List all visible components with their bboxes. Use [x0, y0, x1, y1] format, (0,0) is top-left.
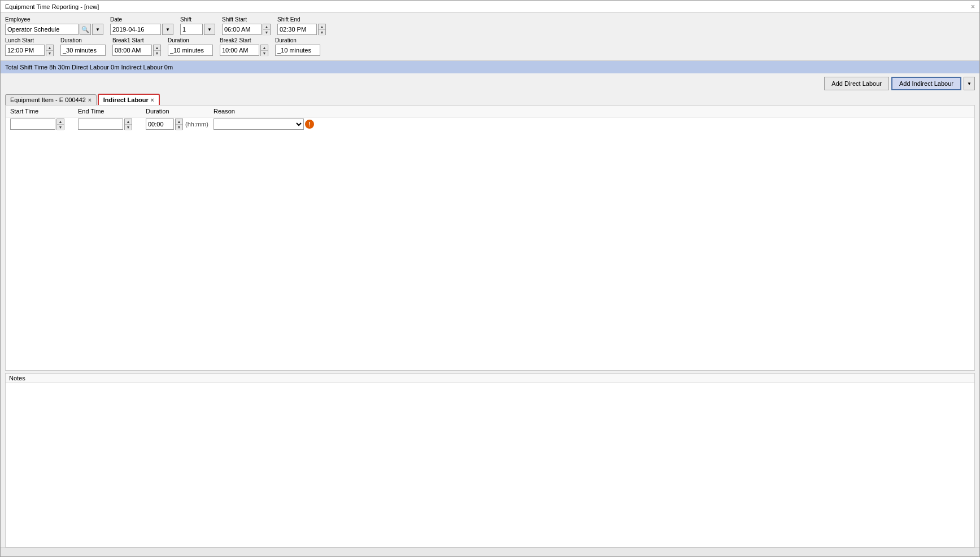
reason-select[interactable]: [214, 119, 304, 130]
shift-end-input[interactable]: [277, 24, 317, 35]
break2-start-field-row: ▲ ▼: [220, 45, 268, 56]
duration-unit-label: (hh:mm): [185, 121, 208, 128]
duration-cell: ▲ ▼ (hh:mm): [146, 119, 214, 130]
form-area: Employee 🔍 ▼ Date ▼ Shift ▼: [1, 13, 979, 61]
col-start-time-header: Start Time: [10, 108, 78, 115]
tab-equipment-item-label: Equipment Item - E 000442: [10, 97, 86, 103]
break2-start-field-group: Break2 Start ▲ ▼: [220, 37, 268, 56]
lunch-duration-label: Duration: [60, 37, 106, 43]
shift-start-label: Shift Start: [222, 16, 271, 23]
form-row-2: Lunch Start ▲ ▼ Duration Break1 Start: [5, 37, 975, 56]
shift-end-field-row: ▲ ▼: [277, 24, 326, 35]
title-bar: Equipment Time Reporting - [new] ×: [1, 1, 979, 13]
lunch-start-label: Lunch Start: [5, 37, 54, 43]
break1-duration-field-row: [168, 45, 213, 56]
notes-body[interactable]: [6, 383, 974, 547]
break2-start-label: Break2 Start: [220, 37, 268, 43]
duration-spinner[interactable]: ▲ ▼: [175, 119, 183, 130]
lunch-start-field-row: ▲ ▼: [5, 45, 54, 56]
notes-label: Notes: [6, 374, 974, 383]
end-time-input[interactable]: [78, 119, 123, 130]
employee-input[interactable]: [5, 24, 79, 35]
lunch-start-spinner[interactable]: ▲ ▼: [46, 45, 54, 56]
duration-input[interactable]: [146, 119, 174, 130]
add-direct-labour-button[interactable]: Add Direct Labour: [824, 77, 889, 90]
shift-start-field-group: Shift Start ▲ ▼: [222, 16, 271, 35]
lunch-duration-field-row: [60, 45, 106, 56]
tab-indirect-labour[interactable]: Indirect Labour ×: [98, 94, 160, 105]
warning-icon: !: [305, 120, 314, 129]
tab-indirect-labour-close[interactable]: ×: [151, 97, 154, 103]
date-input[interactable]: [110, 24, 161, 35]
form-row-1: Employee 🔍 ▼ Date ▼ Shift ▼: [5, 16, 975, 35]
employee-field-row: 🔍 ▼: [5, 24, 103, 35]
date-dropdown-btn[interactable]: ▼: [162, 24, 173, 35]
break1-duration-label: Duration: [168, 37, 213, 43]
start-time-cell: ▲ ▼: [10, 119, 78, 130]
add-indirect-labour-button[interactable]: Add Indirect Labour: [891, 77, 961, 90]
tabs-area: Equipment Item - E 000442 × Indirect Lab…: [1, 94, 979, 105]
lunch-start-input[interactable]: [5, 45, 45, 56]
table-header: Start Time End Time Duration Reason: [6, 106, 974, 117]
break1-start-spinner[interactable]: ▲ ▼: [153, 45, 161, 56]
break1-start-input[interactable]: [112, 45, 152, 56]
col-reason-header: Reason: [214, 108, 326, 115]
shift-start-input[interactable]: [222, 24, 262, 35]
window-close-button[interactable]: ×: [971, 3, 975, 11]
shift-field-row: ▼: [180, 24, 215, 35]
break1-duration-input[interactable]: [168, 45, 213, 56]
start-time-spinner[interactable]: ▲ ▼: [56, 119, 64, 130]
date-field-group: Date ▼: [110, 16, 173, 35]
reason-cell: !: [214, 119, 338, 130]
break2-duration-field-row: [275, 45, 320, 56]
break1-start-label: Break1 Start: [112, 37, 161, 43]
shift-start-field-row: ▲ ▼: [222, 24, 271, 35]
tab-indirect-labour-label: Indirect Labour: [103, 97, 149, 103]
lunch-duration-field-group: Duration: [60, 37, 106, 56]
col-end-time-header: End Time: [78, 108, 146, 115]
lunch-duration-input[interactable]: [60, 45, 106, 56]
date-label: Date: [110, 16, 173, 23]
main-window: Equipment Time Reporting - [new] × Emplo…: [0, 0, 980, 557]
add-indirect-labour-dropdown[interactable]: ▼: [964, 77, 975, 90]
start-time-input[interactable]: [10, 119, 55, 130]
content-area: Start Time End Time Duration Reason ▲ ▼ …: [5, 105, 975, 371]
employee-search-icon[interactable]: 🔍: [80, 24, 91, 35]
shift-end-label: Shift End: [277, 16, 326, 23]
tab-equipment-item[interactable]: Equipment Item - E 000442 ×: [5, 94, 97, 105]
tab-equipment-item-close[interactable]: ×: [88, 97, 92, 103]
end-time-cell: ▲ ▼: [78, 119, 146, 130]
dropdown-arrow-icon: ▼: [967, 81, 972, 86]
end-time-spinner[interactable]: ▲ ▼: [124, 119, 132, 130]
break1-start-field-row: ▲ ▼: [112, 45, 161, 56]
break1-duration-field-group: Duration: [168, 37, 213, 56]
date-field-row: ▼: [110, 24, 173, 35]
notes-section: Notes: [5, 373, 975, 547]
employee-field-group: Employee 🔍 ▼: [5, 16, 103, 35]
shift-field-group: Shift ▼: [180, 16, 215, 35]
status-bar: Total Shift Time 8h 30m Direct Labour 0m…: [1, 61, 979, 73]
col-duration-header: Duration: [146, 108, 214, 115]
window-title: Equipment Time Reporting - [new]: [5, 3, 99, 10]
employee-label: Employee: [5, 16, 103, 23]
break2-duration-input[interactable]: [275, 45, 320, 56]
status-text: Total Shift Time 8h 30m Direct Labour 0m…: [5, 64, 173, 71]
break2-duration-label: Duration: [275, 37, 320, 43]
shift-input[interactable]: [180, 24, 203, 35]
break2-duration-field-group: Duration: [275, 37, 320, 56]
shift-end-spinner[interactable]: ▲ ▼: [318, 24, 326, 35]
bottom-scrollbar[interactable]: [1, 547, 979, 556]
content-spacer: [6, 131, 974, 370]
shift-label: Shift: [180, 16, 215, 23]
break1-start-field-group: Break1 Start ▲ ▼: [112, 37, 161, 56]
shift-end-field-group: Shift End ▲ ▼: [277, 16, 326, 35]
employee-dropdown-btn[interactable]: ▼: [92, 24, 103, 35]
table-row: ▲ ▼ ▲ ▼ ▲ ▼ (hh:mm): [6, 117, 974, 131]
break2-start-spinner[interactable]: ▲ ▼: [260, 45, 268, 56]
toolbar-area: Add Direct Labour Add Indirect Labour ▼: [1, 73, 979, 94]
shift-dropdown-btn[interactable]: ▼: [204, 24, 215, 35]
lunch-start-field-group: Lunch Start ▲ ▼: [5, 37, 54, 56]
break2-start-input[interactable]: [220, 45, 259, 56]
shift-start-spinner[interactable]: ▲ ▼: [263, 24, 271, 35]
